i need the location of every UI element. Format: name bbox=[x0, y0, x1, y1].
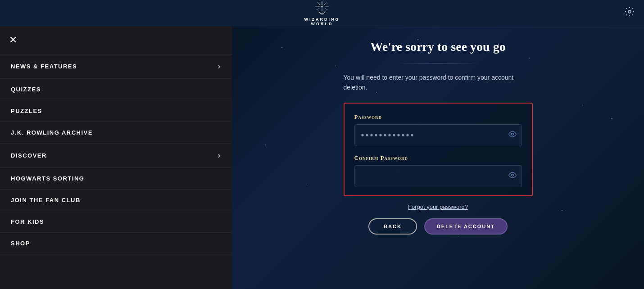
svg-line-7 bbox=[316, 8, 319, 9]
svg-line-4 bbox=[324, 2, 327, 5]
svg-point-10 bbox=[511, 133, 513, 135]
sidebar-nav-item[interactable]: NEWS & FEATURES› bbox=[0, 54, 232, 79]
logo-brand-text: WIZARDING bbox=[304, 17, 340, 22]
logo-sub-text: WORLD bbox=[311, 22, 333, 26]
nav-item-label: J.K. ROWLING ARCHIVE bbox=[11, 129, 93, 136]
main-layout: ✕ NEWS & FEATURES›QUIZZESPUZZLESJ.K. ROW… bbox=[0, 26, 644, 289]
confirm-password-input[interactable] bbox=[354, 165, 522, 187]
page-title: We're sorry to see you go bbox=[344, 40, 533, 54]
confirm-password-label: Confirm Password bbox=[354, 154, 522, 162]
nav-item-label: FOR KIDS bbox=[11, 218, 44, 225]
nav-item-label: DISCOVER bbox=[11, 152, 47, 159]
password-eye-icon[interactable] bbox=[508, 130, 517, 140]
svg-line-8 bbox=[325, 8, 328, 9]
svg-point-9 bbox=[628, 10, 631, 13]
nav-item-label: NEWS & FEATURES bbox=[11, 63, 77, 70]
close-icon: ✕ bbox=[9, 34, 17, 46]
action-buttons: BACK DELETE ACCOUNT bbox=[344, 218, 533, 235]
nav-item-label: PUZZLES bbox=[11, 108, 42, 114]
nav-item-label: SHOP bbox=[11, 240, 30, 247]
svg-point-11 bbox=[511, 174, 513, 176]
sidebar-nav-item[interactable]: HOGWARTS SORTING bbox=[0, 168, 232, 190]
settings-icon[interactable] bbox=[624, 6, 635, 20]
sidebar: ✕ NEWS & FEATURES›QUIZZESPUZZLESJ.K. ROW… bbox=[0, 26, 232, 289]
content-wrapper: We're sorry to see you go You will need … bbox=[344, 40, 533, 235]
confirm-password-field-wrapper bbox=[354, 165, 522, 187]
chevron-right-icon: › bbox=[218, 151, 222, 160]
site-logo: WIZARDING WORLD bbox=[304, 0, 340, 26]
nav-item-label: QUIZZES bbox=[11, 86, 41, 93]
close-button[interactable]: ✕ bbox=[0, 26, 232, 54]
confirm-eye-icon[interactable] bbox=[508, 171, 517, 181]
sidebar-nav-item[interactable]: SHOP bbox=[0, 233, 232, 254]
password-input[interactable] bbox=[354, 124, 522, 146]
nav-menu: NEWS & FEATURES›QUIZZESPUZZLESJ.K. ROWLI… bbox=[0, 54, 232, 289]
logo-icon bbox=[313, 0, 331, 19]
sidebar-nav-item[interactable]: JOIN THE FAN CLUB bbox=[0, 190, 232, 211]
password-field-wrapper bbox=[354, 124, 522, 146]
divider bbox=[398, 63, 479, 63]
password-form-box: Password Confirm Password bbox=[344, 103, 533, 196]
svg-point-0 bbox=[321, 6, 322, 7]
sidebar-nav-item[interactable]: QUIZZES bbox=[0, 79, 232, 100]
nav-item-label: HOGWARTS SORTING bbox=[11, 175, 84, 182]
back-button[interactable]: BACK bbox=[368, 218, 417, 235]
sidebar-nav-item[interactable]: J.K. ROWLING ARCHIVE bbox=[0, 122, 232, 144]
subtitle-text: You will need to enter your password to … bbox=[344, 72, 533, 93]
header: WIZARDING WORLD bbox=[0, 0, 644, 26]
svg-line-3 bbox=[317, 2, 320, 5]
sidebar-nav-item[interactable]: PUZZLES bbox=[0, 100, 232, 122]
delete-account-button[interactable]: DELETE ACCOUNT bbox=[424, 218, 508, 235]
nav-item-label: JOIN THE FAN CLUB bbox=[11, 197, 81, 203]
main-content: We're sorry to see you go You will need … bbox=[232, 26, 644, 289]
sidebar-nav-item[interactable]: FOR KIDS bbox=[0, 211, 232, 233]
forgot-password-link[interactable]: Forgot your password? bbox=[344, 203, 533, 210]
sidebar-nav-item[interactable]: DISCOVER› bbox=[0, 144, 232, 168]
password-label: Password bbox=[354, 113, 522, 121]
chevron-right-icon: › bbox=[218, 62, 222, 71]
